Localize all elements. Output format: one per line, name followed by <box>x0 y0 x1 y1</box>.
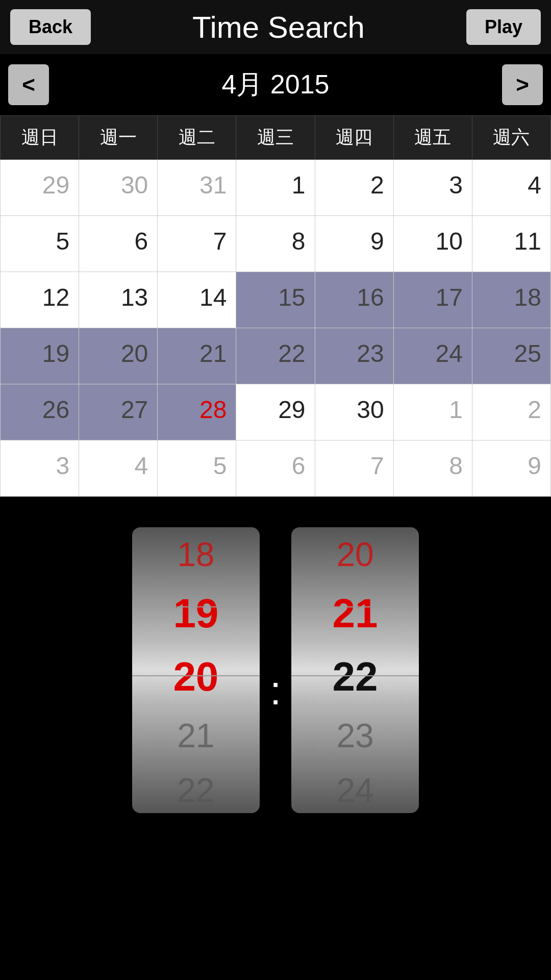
calendar-cell[interactable]: 7 <box>315 440 393 497</box>
calendar-cell[interactable]: 14 <box>158 272 236 328</box>
calendar-cell[interactable]: 26 <box>1 384 79 440</box>
month-label: 4月 2015 <box>221 67 329 103</box>
calendar-cell[interactable]: 15 <box>236 272 315 328</box>
calendar-cell[interactable]: 28 <box>158 384 236 440</box>
time-scroll-item[interactable]: 21 <box>132 708 260 763</box>
calendar-row: 3456789 <box>1 440 551 497</box>
play-button[interactable]: Play <box>466 9 541 45</box>
calendar-cell[interactable]: 24 <box>393 328 472 384</box>
weekday-header-cell: 週一 <box>79 116 158 160</box>
weekday-header-cell: 週五 <box>393 116 472 160</box>
calendar-cell[interactable]: 4 <box>472 160 550 216</box>
calendar-cell[interactable]: 31 <box>158 160 236 216</box>
calendar-row: 567891011 <box>1 216 551 272</box>
time-scroll-item[interactable]: 20 <box>291 527 419 582</box>
calendar-cell[interactable]: 3 <box>1 440 79 497</box>
calendar-cell[interactable]: 19 <box>1 328 79 384</box>
time-picker-area: 1819202122 : 2021222324 <box>0 497 551 854</box>
calendar-cell[interactable]: 29 <box>1 160 79 216</box>
time-scroll-item[interactable]: 22 <box>132 763 260 813</box>
calendar-row: 19202122232425 <box>1 328 551 384</box>
calendar-cell[interactable]: 5 <box>1 216 79 272</box>
calendar-cell[interactable]: 6 <box>236 440 315 497</box>
picker-divider-bot-min <box>291 675 419 676</box>
page-title: Time Search <box>192 10 365 45</box>
calendar-cell[interactable]: 1 <box>236 160 315 216</box>
weekday-header-cell: 週日 <box>1 116 79 160</box>
calendar-cell[interactable]: 6 <box>79 216 158 272</box>
calendar-row: 2930311234 <box>1 160 551 216</box>
calendar-cell[interactable]: 4 <box>79 440 158 497</box>
calendar-cell[interactable]: 13 <box>79 272 158 328</box>
time-scroll-item[interactable]: 20 <box>132 645 260 708</box>
calendar-cell[interactable]: 1 <box>393 384 472 440</box>
calendar-cell[interactable]: 30 <box>315 384 393 440</box>
calendar-cell[interactable]: 8 <box>393 440 472 497</box>
calendar-cell[interactable]: 12 <box>1 272 79 328</box>
minutes-scroll[interactable]: 2021222324 <box>291 527 419 813</box>
weekday-header-cell: 週三 <box>236 116 315 160</box>
time-separator: : <box>260 667 291 714</box>
calendar-cell[interactable]: 9 <box>472 440 550 497</box>
weekday-header-row: 週日週一週二週三週四週五週六 <box>1 116 551 160</box>
time-scroll-item[interactable]: 24 <box>291 763 419 813</box>
prev-month-button[interactable]: < <box>8 64 49 105</box>
calendar-cell[interactable]: 10 <box>393 216 472 272</box>
calendar-cell[interactable]: 17 <box>393 272 472 328</box>
calendar-cell[interactable]: 8 <box>236 216 315 272</box>
calendar-cell[interactable]: 20 <box>79 328 158 384</box>
header: Back Time Search Play <box>0 0 551 54</box>
weekday-header-cell: 週二 <box>158 116 236 160</box>
month-nav: < 4月 2015 > <box>0 54 551 115</box>
calendar-cell[interactable]: 11 <box>472 216 550 272</box>
picker-divider-bot <box>132 675 260 676</box>
picker-divider-top-min <box>291 606 419 607</box>
calendar-cell[interactable]: 25 <box>472 328 550 384</box>
calendar-cell[interactable]: 3 <box>393 160 472 216</box>
hours-scroll[interactable]: 1819202122 <box>132 527 260 813</box>
calendar-table: 週日週一週二週三週四週五週六 2930311234567891011121314… <box>0 115 551 497</box>
weekday-header-cell: 週六 <box>472 116 550 160</box>
calendar-row: 262728293012 <box>1 384 551 440</box>
calendar-row: 12131415161718 <box>1 272 551 328</box>
calendar-cell[interactable]: 27 <box>79 384 158 440</box>
time-scroll-item[interactable]: 22 <box>291 645 419 708</box>
next-month-button[interactable]: > <box>502 64 543 105</box>
calendar-cell[interactable]: 30 <box>79 160 158 216</box>
calendar-cell[interactable]: 2 <box>472 384 550 440</box>
calendar-cell[interactable]: 7 <box>158 216 236 272</box>
time-scroll-item[interactable]: 23 <box>291 708 419 763</box>
time-scroll-item[interactable]: 18 <box>132 527 260 582</box>
picker-divider-top <box>132 606 260 607</box>
time-scroll-item[interactable]: 19 <box>132 582 260 645</box>
calendar-cell[interactable]: 21 <box>158 328 236 384</box>
calendar-cell[interactable]: 22 <box>236 328 315 384</box>
calendar-cell[interactable]: 2 <box>315 160 393 216</box>
calendar-cell[interactable]: 18 <box>472 272 550 328</box>
calendar-cell[interactable]: 5 <box>158 440 236 497</box>
calendar-cell[interactable]: 23 <box>315 328 393 384</box>
weekday-header-cell: 週四 <box>315 116 393 160</box>
back-button[interactable]: Back <box>10 9 91 45</box>
calendar-cell[interactable]: 9 <box>315 216 393 272</box>
calendar-cell[interactable]: 29 <box>236 384 315 440</box>
time-scroll-item[interactable]: 21 <box>291 582 419 645</box>
calendar-cell[interactable]: 16 <box>315 272 393 328</box>
